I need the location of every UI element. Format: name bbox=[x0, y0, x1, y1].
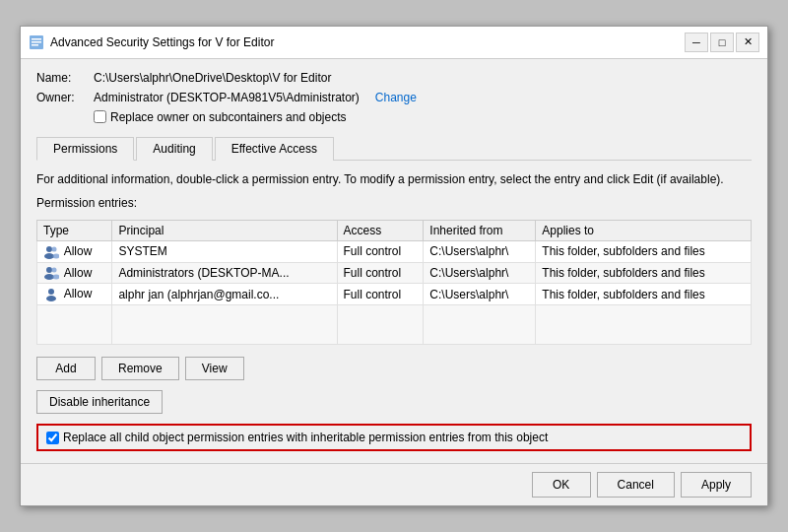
svg-point-13 bbox=[46, 296, 56, 301]
title-bar: Advanced Security Settings for V for Edi… bbox=[21, 27, 767, 59]
svg-rect-1 bbox=[32, 38, 41, 40]
close-button[interactable]: ✕ bbox=[736, 33, 759, 52]
window-title: Advanced Security Settings for V for Edi… bbox=[50, 35, 679, 49]
svg-rect-3 bbox=[32, 44, 38, 46]
row-access: Full control bbox=[337, 284, 424, 305]
apply-button[interactable]: Apply bbox=[681, 472, 752, 498]
name-value: C:\Users\alphr\OneDrive\Desktop\V for Ed… bbox=[94, 71, 331, 85]
row-principal: Administrators (DESKTOP-MA... bbox=[112, 262, 337, 284]
svg-point-6 bbox=[52, 246, 57, 251]
owner-label: Owner: bbox=[36, 91, 86, 104]
table-row[interactable]: Allow SYSTEM Full control C:\Users\alphr… bbox=[37, 240, 752, 262]
svg-rect-2 bbox=[32, 41, 41, 43]
row-inherited: C:\Users\alphr\ bbox=[424, 240, 536, 262]
replace-permission-checkbox[interactable] bbox=[46, 432, 59, 444]
row-applies: This folder, subfolders and files bbox=[536, 262, 752, 284]
col-principal: Principal bbox=[112, 220, 337, 240]
tab-bar: Permissions Auditing Effective Access bbox=[36, 136, 752, 161]
table-row[interactable]: Allow alphr jan (alphrjan@gmail.co... Fu… bbox=[37, 284, 752, 305]
row-type: Allow bbox=[37, 262, 112, 284]
svg-point-10 bbox=[52, 268, 57, 273]
content-area: Name: C:\Users\alphr\OneDrive\Desktop\V … bbox=[21, 59, 767, 463]
tab-permissions[interactable]: Permissions bbox=[36, 137, 134, 161]
col-type: Type bbox=[37, 220, 112, 240]
tab-auditing[interactable]: Auditing bbox=[136, 137, 212, 161]
svg-point-8 bbox=[46, 267, 52, 273]
name-label: Name: bbox=[36, 71, 86, 85]
replace-permission-row: Replace all child object permission entr… bbox=[36, 424, 752, 451]
add-button[interactable]: Add bbox=[36, 357, 96, 380]
replace-permission-label: Replace all child object permission entr… bbox=[63, 431, 548, 444]
user-icon bbox=[43, 288, 59, 301]
disable-inheritance-row: Disable inheritance bbox=[36, 390, 752, 414]
col-inherited: Inherited from bbox=[424, 220, 536, 240]
row-principal: SYSTEM bbox=[112, 240, 337, 262]
view-button[interactable]: View bbox=[185, 357, 244, 380]
table-empty-row bbox=[37, 305, 752, 345]
owner-value: Administrator (DESKTOP-MA981V5\Administr… bbox=[94, 91, 360, 104]
table-row[interactable]: Allow Administrators (DESKTOP-MA... Full… bbox=[37, 262, 752, 284]
replace-owner-checkbox[interactable] bbox=[94, 110, 106, 123]
row-type: Allow bbox=[37, 240, 112, 262]
svg-point-12 bbox=[48, 289, 54, 295]
row-inherited: C:\Users\alphr\ bbox=[424, 262, 536, 284]
replace-owner-row: Replace owner on subcontainers and objec… bbox=[94, 110, 752, 124]
owner-row: Owner: Administrator (DESKTOP-MA981V5\Ad… bbox=[36, 91, 752, 104]
ok-button[interactable]: OK bbox=[532, 472, 591, 498]
row-applies: This folder, subfolders and files bbox=[536, 240, 752, 262]
col-applies: Applies to bbox=[536, 220, 752, 240]
svg-point-7 bbox=[53, 253, 60, 258]
permission-entries-label: Permission entries: bbox=[36, 196, 752, 210]
row-type: Allow bbox=[37, 284, 112, 305]
maximize-button[interactable]: □ bbox=[710, 33, 734, 52]
permission-table: Type Principal Access Inherited from App… bbox=[36, 220, 752, 345]
window-icon bbox=[29, 34, 44, 50]
cancel-button[interactable]: Cancel bbox=[597, 472, 675, 498]
col-access: Access bbox=[337, 220, 424, 240]
row-access: Full control bbox=[337, 240, 424, 262]
name-row: Name: C:\Users\alphr\OneDrive\Desktop\V … bbox=[36, 71, 752, 85]
bottom-buttons: OK Cancel Apply bbox=[21, 463, 767, 505]
info-text: For additional information, double-click… bbox=[36, 172, 752, 186]
row-applies: This folder, subfolders and files bbox=[536, 284, 752, 305]
group-icon bbox=[43, 245, 59, 259]
row-principal: alphr jan (alphrjan@gmail.co... bbox=[112, 284, 337, 305]
replace-owner-label: Replace owner on subcontainers and objec… bbox=[110, 110, 346, 124]
main-window: Advanced Security Settings for V for Edi… bbox=[20, 26, 768, 506]
remove-button[interactable]: Remove bbox=[101, 357, 179, 380]
change-link[interactable]: Change bbox=[375, 91, 417, 104]
group-icon bbox=[43, 266, 59, 280]
svg-point-11 bbox=[53, 275, 60, 280]
minimize-button[interactable]: ─ bbox=[685, 33, 708, 52]
disable-inheritance-button[interactable]: Disable inheritance bbox=[36, 390, 163, 414]
action-buttons: Add Remove View bbox=[36, 357, 752, 380]
row-access: Full control bbox=[337, 262, 424, 284]
window-controls: ─ □ ✕ bbox=[685, 33, 759, 52]
svg-point-4 bbox=[46, 246, 52, 252]
row-inherited: C:\Users\alphr\ bbox=[424, 284, 536, 305]
tab-effective-access[interactable]: Effective Access bbox=[215, 137, 334, 161]
